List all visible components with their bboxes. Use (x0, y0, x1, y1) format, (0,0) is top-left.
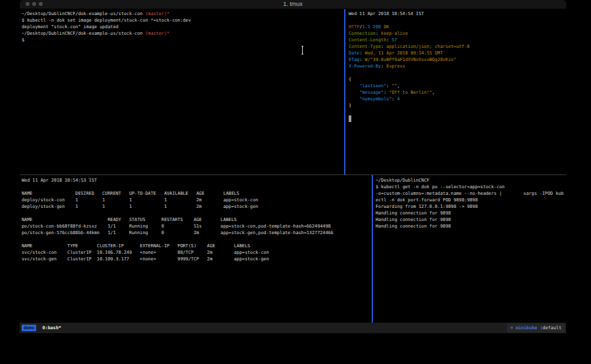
minimize-button[interactable] (32, 2, 36, 6)
tmux-terminal: ~/Desktop/DublinCNCF/dok-example-us/stoc… (20, 9, 566, 323)
close-button[interactable] (26, 2, 30, 6)
pane-top-left-shell[interactable]: ~/Desktop/DublinCNCF/dok-example-us/stoc… (22, 10, 191, 43)
zoom-button[interactable] (39, 2, 43, 6)
text-ibeam-mouse-cursor (301, 46, 304, 54)
terminal-window: 1. tmux ~/Desktop/DublinCNCF/dok-example… (20, 0, 566, 334)
tmux-status-bar: demo 0:bash* ☸ minikube :default (20, 323, 566, 333)
pane-bottom-left-kubectl-watch[interactable]: Wed 11 Apr 2018 10:54:53 IST NAME DESIRE… (22, 177, 334, 262)
window-title: 1. tmux (20, 0, 566, 9)
traffic-light-buttons (26, 2, 43, 6)
pane-divider-vertical-top[interactable] (344, 9, 345, 174)
pane-top-right-http-response[interactable]: Wed 11 Apr 2018 10:54:54 IST HTTP/1.1 20… (349, 10, 470, 122)
tmux-window-list-item[interactable]: 0:bash* (42, 325, 61, 331)
kube-context-label: minikube (515, 325, 537, 331)
kube-namespace-label: :default (540, 325, 561, 331)
tmux-status-right: ☸ minikube :default (507, 323, 565, 333)
tmux-session-badge[interactable]: demo (22, 325, 36, 331)
pane-divider-horizontal[interactable] (20, 174, 566, 175)
kubernetes-helm-icon: ☸ (510, 325, 513, 331)
pane-bottom-right-port-forward[interactable]: ~/Desktop/DublinCNCF$ kubectl get -n dok… (376, 177, 563, 230)
window-titlebar[interactable]: 1. tmux (20, 0, 566, 9)
pane-divider-vertical-bottom[interactable] (372, 175, 373, 323)
